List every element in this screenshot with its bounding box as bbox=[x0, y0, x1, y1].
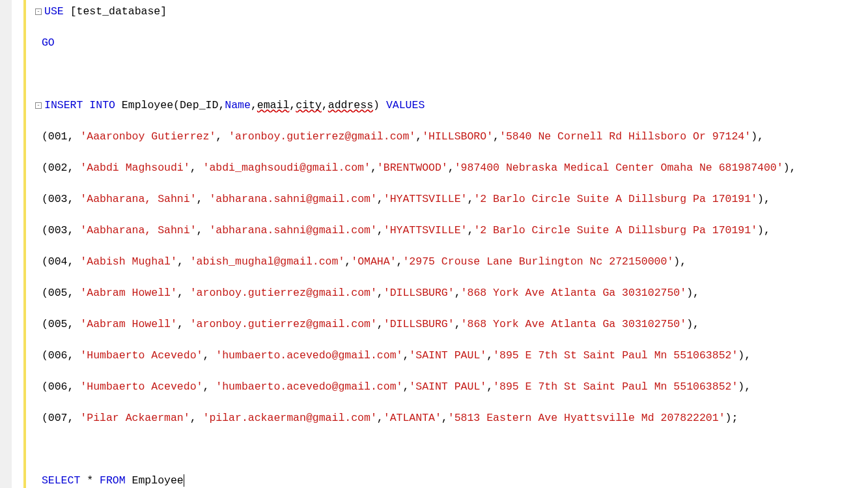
kw-from: FROM bbox=[100, 474, 126, 487]
col-depid: Dep_ID bbox=[180, 99, 218, 111]
kw-values: VALUES bbox=[386, 99, 425, 111]
fold-icon[interactable]: - bbox=[35, 102, 42, 109]
insert-row: (006, 'Humbaerto Acevedo', 'humbaerto.ac… bbox=[35, 348, 868, 364]
col-address: address bbox=[328, 99, 373, 111]
kw-use: USE bbox=[44, 5, 64, 18]
col-name: Name bbox=[225, 99, 251, 111]
col-city: city bbox=[296, 99, 322, 111]
table-name: Employee bbox=[122, 99, 173, 111]
insert-row: (001, 'Aaaronboy Gutierrez', 'aronboy.gu… bbox=[35, 129, 868, 145]
insert-row: (002, 'Aabdi Maghsoudi', 'abdi_maghsoudi… bbox=[35, 160, 868, 176]
kw-select: SELECT bbox=[42, 474, 80, 487]
insert-row: (007, 'Pilar Ackaerman', 'pilar.ackaerma… bbox=[35, 410, 868, 426]
kw-go: GO bbox=[42, 36, 55, 49]
change-marker bbox=[23, 0, 26, 488]
select-star: * bbox=[87, 474, 93, 487]
insert-row: (003, 'Aabharana, Sahni', 'abharana.sahn… bbox=[35, 192, 868, 207]
select-table: Employee bbox=[132, 474, 184, 487]
kw-into: INTO bbox=[89, 99, 115, 111]
insert-row: (006, 'Humbaerto Acevedo', 'humbaerto.ac… bbox=[35, 379, 868, 395]
col-email: email bbox=[257, 99, 290, 111]
code-pane[interactable]: -USE [test_database] GO -INSERT INTO Emp… bbox=[12, 0, 868, 488]
insert-row: (005, 'Aabram Howell', 'aronboy.gutierre… bbox=[35, 285, 868, 301]
insert-row: (003, 'Aabharana, Sahni', 'abharana.sahn… bbox=[35, 223, 868, 238]
sql-editor[interactable]: -USE [test_database] GO -INSERT INTO Emp… bbox=[0, 0, 868, 488]
fold-icon[interactable]: - bbox=[35, 8, 42, 15]
insert-row: (005, 'Aabram Howell', 'aronboy.gutierre… bbox=[35, 317, 868, 332]
db-name: [test_database] bbox=[70, 5, 167, 18]
insert-row: (004, 'Aabish Mughal', 'abish_mughal@gma… bbox=[35, 254, 868, 270]
kw-insert: INSERT bbox=[44, 99, 83, 111]
